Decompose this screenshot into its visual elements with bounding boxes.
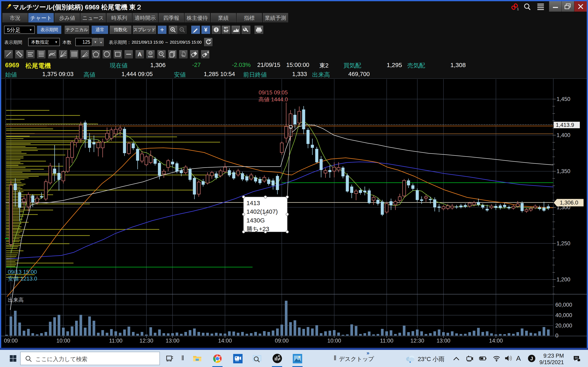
svg-text:14:00: 14:00 [489,338,503,344]
svg-text:R: R [278,355,280,358]
svg-text:A: A [138,51,142,58]
svg-text:0: 0 [555,333,558,339]
svg-text:勝ち+23: 勝ち+23 [246,225,269,232]
svg-text:60,000: 60,000 [555,302,572,308]
svg-text:11:00: 11:00 [109,338,122,344]
svg-text:11:00: 11:00 [380,338,393,344]
svg-text:icon: icon [148,55,153,58]
svg-text:09/13 15:00: 09/13 15:00 [8,269,37,275]
svg-text:MY: MY [224,26,228,29]
svg-text:09/15 09:05: 09/15 09:05 [259,90,288,96]
svg-text:12:30: 12:30 [139,338,153,344]
svg-text:安値 1213.0: 安値 1213.0 [8,276,37,282]
svg-text:出来高: 出来高 [8,297,24,303]
svg-text:20,000: 20,000 [555,323,572,329]
svg-text:1,413.9: 1,413.9 [556,122,574,128]
svg-text:1,250: 1,250 [557,240,571,247]
svg-text:1402(1407): 1402(1407) [246,208,278,215]
svg-text:09:00: 09:00 [4,338,18,344]
svg-text:09:00: 09:00 [275,338,289,344]
svg-text:1413: 1413 [246,200,260,206]
svg-text:1,200: 1,200 [557,276,571,283]
svg-text:高値 1444.0: 高値 1444.0 [259,96,288,103]
svg-text:1,400: 1,400 [557,132,571,138]
svg-text:1,306.0: 1,306.0 [560,200,578,206]
svg-text:J: J [530,356,533,361]
svg-text:10:00: 10:00 [327,338,341,344]
svg-text:1,450: 1,450 [557,96,571,102]
svg-text:13:00: 13:00 [437,338,450,344]
svg-text:12:30: 12:30 [410,338,424,344]
svg-text:40,000: 40,000 [555,312,572,318]
svg-text:14:00: 14:00 [218,338,232,344]
svg-text:1430G: 1430G [246,217,265,224]
svg-text:1,350: 1,350 [557,168,571,174]
svg-text:10:00: 10:00 [56,338,70,344]
svg-text:i: i [216,27,217,33]
svg-text:A: A [207,50,209,54]
svg-text:1: 1 [517,7,519,11]
svg-text:13:00: 13:00 [165,338,180,344]
